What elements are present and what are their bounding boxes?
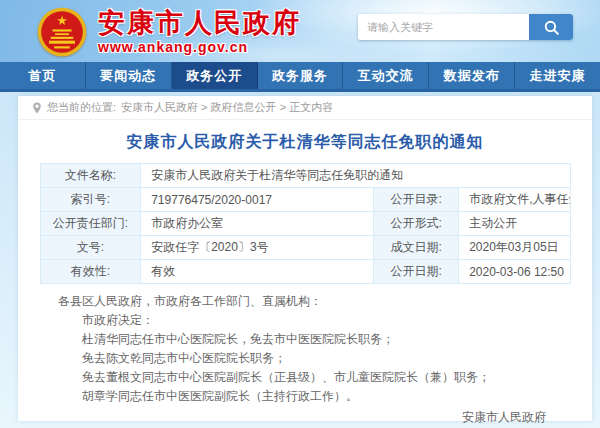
meta-value-public-catalog: 市政府文件,人事任免 bbox=[459, 188, 570, 212]
nav-item-interaction[interactable]: 互动交流 bbox=[343, 62, 429, 89]
meta-value-public-date: 2020-03-06 12:50 bbox=[459, 260, 570, 284]
meta-label-responsible-dept: 公开责任部门: bbox=[40, 212, 141, 236]
search-input[interactable] bbox=[358, 14, 529, 40]
paragraph: 杜清华同志任市中心医院院长，免去市中医医院院长职务； bbox=[58, 330, 547, 349]
paragraph: 免去董根文同志市中心医院副院长（正县级）、市儿童医院院长（兼）职务； bbox=[58, 368, 547, 387]
article-body: 各县区人民政府，市政府各工作部门、直属机构： 市政府决定： 杜清华同志任市中心医… bbox=[58, 292, 547, 406]
signature: 安康市人民政府 bbox=[18, 409, 546, 426]
paragraph-salutation: 各县区人民政府，市政府各工作部门、直属机构： bbox=[58, 292, 547, 311]
meta-label-issue-date: 成文日期: bbox=[374, 236, 459, 260]
table-row: 文件名称: 安康市人民政府关于杜清华等同志任免职的通知 bbox=[40, 164, 570, 188]
table-row: 有效性: 有效 公开日期: 2020-03-06 12:50 bbox=[40, 260, 570, 284]
meta-label-public-date: 公开日期: bbox=[374, 260, 459, 284]
search-button[interactable] bbox=[529, 14, 573, 40]
meta-value-issue-date: 2020年03月05日 bbox=[459, 236, 570, 260]
meta-label-public-catalog: 公开目录: bbox=[374, 188, 459, 212]
svg-text:★: ★ bbox=[56, 13, 68, 28]
brand-text: 安康市人民政府 www.ankang.gov.cn bbox=[98, 8, 301, 56]
breadcrumb: 您当前的位置: 安康市人民政府 > 政府信息公开 > 正文内容 bbox=[18, 96, 592, 120]
meta-label-public-form: 公开形式: bbox=[374, 212, 459, 236]
meta-label-validity: 有效性: bbox=[40, 260, 141, 284]
paragraph: 免去陈文乾同志市中心医院院长职务； bbox=[58, 349, 547, 368]
nav-item-gov-services[interactable]: 政务服务 bbox=[258, 62, 344, 89]
meta-value-doc-no: 安政任字〔2020〕3号 bbox=[141, 236, 374, 260]
location-pin-icon bbox=[32, 102, 42, 114]
breadcrumb-trail[interactable]: 安康市人民政府 > 政府信息公开 > 正文内容 bbox=[121, 100, 333, 115]
meta-value-validity: 有效 bbox=[141, 260, 374, 284]
search-icon bbox=[543, 19, 560, 36]
nav-item-data-release[interactable]: 数据发布 bbox=[429, 62, 515, 89]
meta-label-index-no: 索引号: bbox=[40, 188, 141, 212]
nav-item-news[interactable]: 要闻动态 bbox=[86, 62, 172, 89]
table-row: 索引号: 719776475/2020-0017 公开目录: 市政府文件,人事任… bbox=[40, 188, 570, 212]
meta-value-file-name: 安康市人民政府关于杜清华等同志任免职的通知 bbox=[141, 164, 570, 188]
content-card: 您当前的位置: 安康市人民政府 > 政府信息公开 > 正文内容 安康市人民政府关… bbox=[18, 96, 592, 421]
meta-value-public-form: 主动公开 bbox=[459, 212, 570, 236]
meta-label-file-name: 文件名称: bbox=[40, 164, 141, 188]
search-bar bbox=[358, 14, 573, 40]
meta-label-doc-no: 文号: bbox=[40, 236, 141, 260]
nav-item-home[interactable]: 首页 bbox=[0, 62, 86, 89]
national-emblem-icon: ★ bbox=[36, 6, 88, 58]
main-nav: 首页 要闻动态 政务公开 政务服务 互动交流 数据发布 走进安康 bbox=[0, 62, 600, 92]
table-row: 公开责任部门: 市政府办公室 公开形式: 主动公开 bbox=[40, 212, 570, 236]
site-brand: ★ 安康市人民政府 www.ankang.gov.cn bbox=[36, 6, 301, 58]
meta-value-index-no: 719776475/2020-0017 bbox=[141, 188, 374, 212]
meta-value-responsible-dept: 市政府办公室 bbox=[141, 212, 374, 236]
nav-item-gov-disclosure[interactable]: 政务公开 bbox=[172, 62, 258, 89]
site-name: 安康市人民政府 bbox=[98, 8, 301, 38]
nav-item-about-ankang[interactable]: 走进安康 bbox=[515, 62, 600, 89]
breadcrumb-prefix: 您当前的位置: bbox=[47, 100, 116, 115]
article-title: 安康市人民政府关于杜清华等同志任免职的通知 bbox=[38, 132, 572, 153]
table-row: 文号: 安政任字〔2020〕3号 成文日期: 2020年03月05日 bbox=[40, 236, 570, 260]
site-header: ★ 安康市人民政府 www.ankang.gov.cn bbox=[0, 0, 600, 62]
paragraph: 胡章学同志任市中医医院副院长（主持行政工作）。 bbox=[58, 387, 547, 406]
site-url: www.ankang.gov.cn bbox=[98, 38, 301, 56]
meta-table: 文件名称: 安康市人民政府关于杜清华等同志任免职的通知 索引号: 7197764… bbox=[40, 163, 571, 284]
paragraph: 市政府决定： bbox=[58, 311, 547, 330]
